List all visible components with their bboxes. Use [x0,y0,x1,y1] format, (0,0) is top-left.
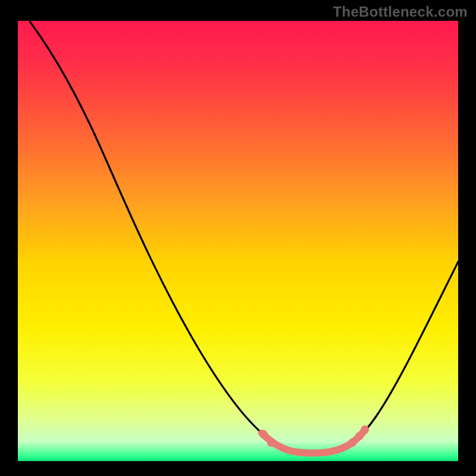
highlight-dot [267,439,275,447]
plot-area [18,21,458,461]
highlight-dot [348,439,356,447]
highlight-dot [355,432,364,440]
highlight-dot [259,430,268,439]
highlight-dot [361,425,369,434]
watermark-text: TheBottleneck.com [333,4,468,20]
chart-frame: TheBottleneck.com [0,0,476,476]
bottleneck-chart [0,0,476,476]
